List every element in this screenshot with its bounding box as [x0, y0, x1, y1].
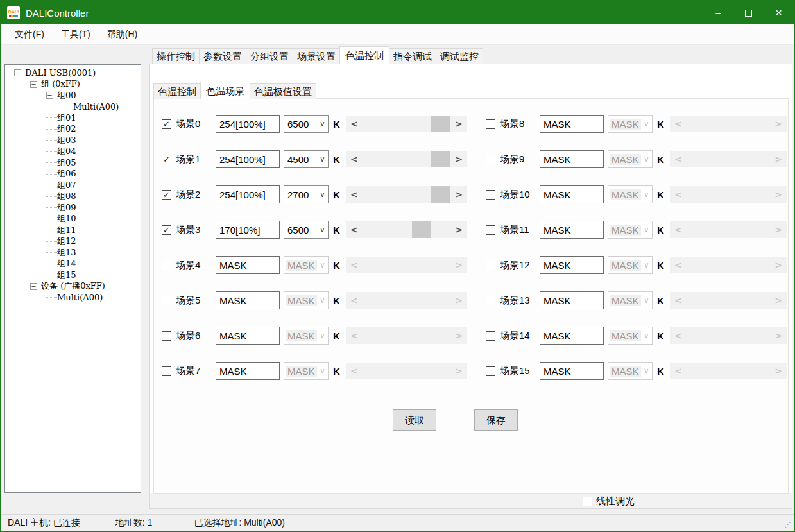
scroll-left-icon[interactable]: <	[346, 295, 363, 305]
scroll-track[interactable]	[363, 186, 450, 203]
resize-grip-icon[interactable]: ⋰	[785, 522, 792, 529]
scroll-thumb[interactable]	[431, 186, 450, 203]
close-button[interactable]: ✕	[764, 1, 794, 24]
scroll-track[interactable]	[687, 151, 770, 167]
scroll-left-icon[interactable]: <	[346, 119, 363, 129]
scroll-track[interactable]	[363, 151, 450, 167]
temp-select[interactable]: MASK∨	[284, 327, 329, 345]
scene-level-input[interactable]	[540, 362, 604, 380]
scroll-right-icon[interactable]: >	[450, 225, 467, 235]
scene-level-input[interactable]	[540, 256, 604, 274]
scene-checkbox[interactable]	[486, 296, 495, 305]
scroll-left-icon[interactable]: <	[670, 189, 687, 200]
temp-scrollbar[interactable]: <>	[670, 257, 787, 273]
tree-item[interactable]: 组08	[5, 191, 141, 203]
scroll-right-icon[interactable]: >	[450, 260, 467, 270]
scroll-left-icon[interactable]: <	[346, 154, 363, 164]
scroll-track[interactable]	[363, 116, 450, 132]
scene-level-input[interactable]	[216, 327, 280, 345]
temp-select[interactable]: MASK∨	[608, 362, 653, 380]
scene-checkbox[interactable]	[162, 261, 171, 270]
tree-item[interactable]: 组03	[5, 135, 141, 146]
tree-item[interactable]: 组04	[5, 146, 141, 158]
scroll-right-icon[interactable]: >	[770, 225, 787, 235]
scene-level-input[interactable]	[216, 185, 280, 203]
menu-item[interactable]: 帮助(H)	[99, 24, 146, 44]
tree-item[interactable]: 组02	[5, 124, 141, 135]
scroll-right-icon[interactable]: >	[450, 295, 467, 305]
temp-select[interactable]: MASK∨	[608, 115, 653, 133]
scroll-track[interactable]	[687, 292, 770, 309]
temp-scrollbar[interactable]: <>	[346, 363, 467, 379]
tree-item[interactable]: −DALI USB(0001)	[5, 67, 141, 79]
read-button[interactable]: 读取	[393, 409, 436, 431]
scene-checkbox[interactable]	[486, 331, 495, 341]
scroll-track[interactable]	[687, 363, 770, 379]
scene-level-input[interactable]	[540, 185, 604, 203]
tree-item[interactable]: 组05	[5, 157, 141, 169]
scroll-track[interactable]	[687, 327, 770, 344]
linear-dimming-checkbox[interactable]	[583, 497, 592, 506]
scroll-left-icon[interactable]: <	[346, 189, 363, 200]
scroll-left-icon[interactable]: <	[670, 119, 687, 129]
temp-scrollbar[interactable]: <>	[346, 221, 467, 238]
temp-scrollbar[interactable]: <>	[670, 116, 787, 132]
temp-scrollbar[interactable]: <>	[346, 151, 467, 167]
temp-select[interactable]: MASK∨	[608, 150, 653, 168]
scene-checkbox[interactable]: ✓	[162, 119, 171, 129]
scene-level-input[interactable]	[216, 221, 280, 239]
scroll-track[interactable]	[363, 363, 450, 379]
scene-checkbox[interactable]	[486, 190, 495, 200]
scroll-right-icon[interactable]: >	[450, 154, 467, 164]
scene-checkbox[interactable]	[162, 331, 171, 341]
tree-item[interactable]: Multi(A00)	[5, 101, 141, 113]
tree-item[interactable]: 组14	[5, 259, 141, 270]
scene-checkbox[interactable]	[486, 261, 495, 270]
temp-select[interactable]: MASK∨	[608, 291, 653, 309]
scroll-right-icon[interactable]: >	[450, 189, 467, 200]
tab-main-0[interactable]: 操作控制	[152, 48, 200, 64]
temp-select[interactable]: MASK∨	[608, 185, 653, 203]
scroll-right-icon[interactable]: >	[770, 154, 787, 164]
scroll-track[interactable]	[363, 327, 450, 344]
scroll-thumb[interactable]	[412, 221, 431, 238]
minimize-button[interactable]: –	[703, 1, 733, 24]
menu-item[interactable]: 文件(F)	[6, 24, 53, 44]
scroll-left-icon[interactable]: <	[346, 330, 363, 341]
scene-checkbox[interactable]	[486, 366, 495, 376]
scene-checkbox[interactable]: ✓	[162, 225, 171, 235]
scroll-left-icon[interactable]: <	[670, 330, 687, 341]
collapse-icon[interactable]: −	[14, 69, 21, 76]
scroll-left-icon[interactable]: <	[670, 225, 687, 235]
scroll-left-icon[interactable]: <	[346, 260, 363, 270]
scene-checkbox[interactable]	[486, 119, 495, 129]
tree-item[interactable]: 组15	[5, 270, 141, 281]
temp-scrollbar[interactable]: <>	[346, 327, 467, 344]
scroll-track[interactable]	[687, 221, 770, 238]
scroll-left-icon[interactable]: <	[670, 154, 687, 164]
tab-main-2[interactable]: 分组设置	[246, 48, 293, 64]
temp-scrollbar[interactable]: <>	[670, 221, 787, 238]
temp-scrollbar[interactable]: <>	[670, 327, 787, 344]
scene-level-input[interactable]	[216, 291, 280, 309]
tab-main-4[interactable]: 色温控制	[339, 46, 389, 64]
scene-level-input[interactable]	[216, 150, 280, 168]
scroll-right-icon[interactable]: >	[450, 366, 467, 376]
temp-scrollbar[interactable]: <>	[346, 257, 467, 273]
scene-checkbox[interactable]	[162, 366, 171, 376]
temp-select[interactable]: 6500∨	[284, 115, 329, 133]
tab-main-3[interactable]: 场景设置	[293, 48, 340, 64]
scene-checkbox[interactable]: ✓	[162, 190, 171, 200]
scroll-thumb[interactable]	[431, 116, 450, 132]
temp-select[interactable]: MASK∨	[284, 256, 329, 274]
tab-sub-0[interactable]: 色温控制	[153, 83, 201, 99]
scroll-right-icon[interactable]: >	[770, 330, 787, 341]
menu-item[interactable]: 工具(T)	[53, 24, 99, 44]
temp-scrollbar[interactable]: <>	[346, 292, 467, 309]
scene-level-input[interactable]	[540, 221, 604, 239]
temp-select[interactable]: 6500∨	[284, 221, 329, 239]
scroll-right-icon[interactable]: >	[770, 189, 787, 200]
temp-scrollbar[interactable]: <>	[670, 292, 787, 309]
scene-checkbox[interactable]: ✓	[162, 155, 171, 164]
tree-item[interactable]: 组06	[5, 169, 141, 180]
